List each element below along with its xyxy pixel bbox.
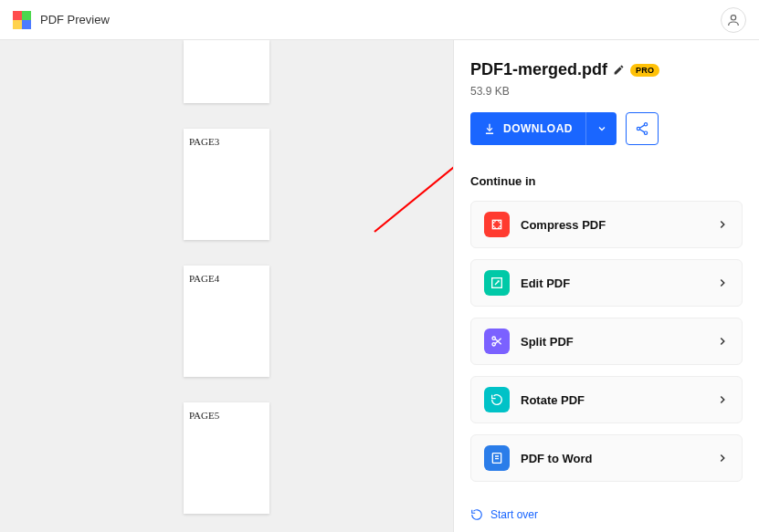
app-logo-icon (13, 11, 31, 29)
svg-point-4 (644, 131, 647, 134)
app-header: PDF Preview (0, 0, 759, 40)
preview-panel: PAGE3 PAGE4 PAGE5 (0, 40, 453, 532)
file-header: PDF1-merged.pdf PRO 53.9 KB (454, 40, 759, 112)
split-icon (484, 329, 510, 354)
action-row: DOWNLOAD (454, 112, 759, 162)
chevron-right-icon (716, 335, 729, 348)
file-name: PDF1-merged.pdf (470, 60, 607, 79)
action-edit[interactable]: Edit PDF (470, 259, 743, 307)
start-over-button[interactable]: Start over (454, 499, 759, 532)
file-title-row: PDF1-merged.pdf PRO (470, 60, 743, 79)
svg-line-6 (639, 130, 644, 132)
svg-line-5 (639, 125, 644, 128)
action-pdf-to-word[interactable]: PDF to Word (470, 434, 743, 482)
pdf-to-word-icon (484, 445, 510, 471)
download-icon (483, 122, 496, 135)
edit-icon (484, 270, 510, 296)
svg-rect-7 (492, 220, 501, 228)
download-button[interactable]: DOWNLOAD (470, 112, 617, 145)
svg-point-0 (731, 15, 735, 19)
edit-filename-button[interactable] (613, 64, 625, 76)
action-rotate[interactable]: Rotate PDF (470, 376, 743, 423)
header-left: PDF Preview (13, 11, 110, 29)
download-main: DOWNLOAD (470, 112, 585, 145)
action-split[interactable]: Split PDF (470, 318, 743, 365)
chevron-right-icon (716, 218, 729, 231)
share-icon (635, 121, 649, 136)
user-icon (726, 13, 741, 27)
page-thumb[interactable]: PAGE5 (184, 402, 269, 514)
rotate-icon (484, 387, 510, 412)
chevron-right-icon (716, 393, 729, 406)
svg-point-3 (637, 127, 639, 130)
pencil-icon (613, 64, 625, 76)
file-size: 53.9 KB (470, 85, 743, 98)
page-thumb[interactable]: PAGE4 (184, 266, 269, 377)
download-caret-button[interactable] (585, 112, 617, 145)
page-thumb[interactable]: PAGE3 (184, 129, 269, 240)
action-list: Compress PDF Edit PDF (470, 201, 743, 482)
chevron-down-icon (596, 123, 607, 134)
compress-icon (484, 212, 510, 237)
preview-scroll[interactable]: PAGE3 PAGE4 PAGE5 (0, 40, 453, 532)
app-title: PDF Preview (40, 13, 110, 26)
account-button[interactable] (721, 7, 746, 33)
continue-title: Continue in (470, 174, 743, 188)
page-thumb[interactable] (184, 40, 269, 103)
chevron-right-icon (716, 452, 729, 464)
chevron-right-icon (716, 276, 729, 289)
pro-badge: PRO (630, 64, 659, 77)
continue-section: Continue in Compress PDF (454, 162, 759, 499)
right-panel: PDF1-merged.pdf PRO 53.9 KB DOWNLOAD (453, 40, 759, 532)
main-content: PAGE3 PAGE4 PAGE5 PDF1-merged.pdf PRO 53… (0, 40, 759, 532)
share-button[interactable] (626, 112, 659, 145)
restart-icon (470, 508, 483, 521)
svg-point-2 (644, 123, 647, 126)
action-compress[interactable]: Compress PDF (470, 201, 743, 248)
